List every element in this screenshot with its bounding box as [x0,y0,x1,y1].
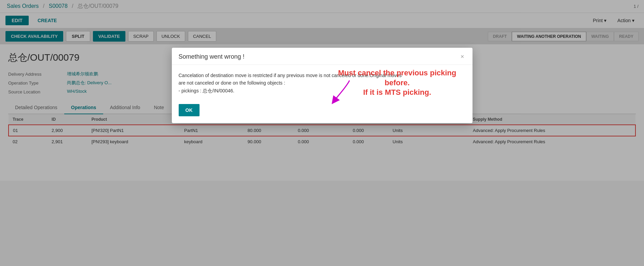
modal-message-line3: - pickings : 总仓/IN/00046. [179,88,234,93]
modal-message-line2: are not canceled or done on the followin… [179,80,285,86]
modal-title: Something went wrong ! [179,53,245,60]
modal-close-button[interactable]: × [459,53,466,60]
modal-header: Something went wrong ! × [172,48,472,65]
modal-body: Cancelation of destination move is restr… [172,65,472,123]
modal-overlay: Something went wrong ! × Cancelation of … [0,0,644,181]
modal-dialog: Something went wrong ! × Cancelation of … [172,48,472,123]
annotation-arrow [329,77,356,104]
modal-ok-button[interactable]: OK [179,104,200,116]
